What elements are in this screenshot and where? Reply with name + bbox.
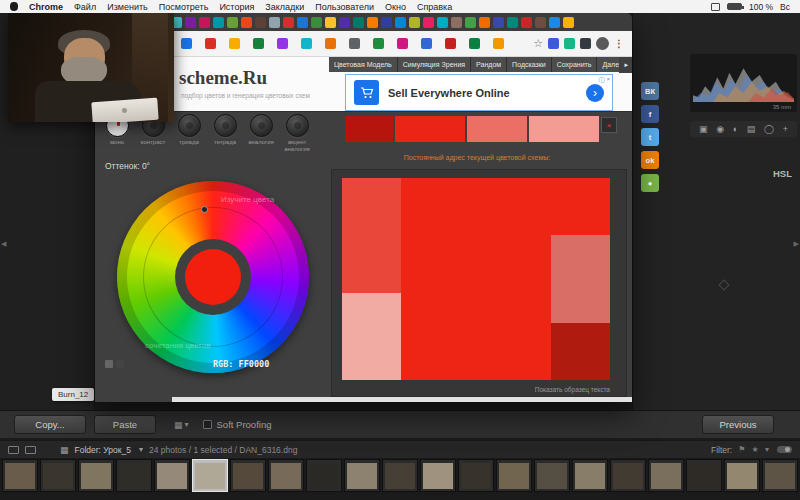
pinned-tab-favicon[interactable] xyxy=(311,17,322,28)
grid-view-icon[interactable]: ▦ xyxy=(174,420,183,430)
filmstrip-thumbnail[interactable] xyxy=(230,459,266,492)
filmstrip-thumbnail[interactable] xyxy=(192,459,228,492)
filmstrip-thumbnail[interactable] xyxy=(268,459,304,492)
ad-cta-button[interactable]: › xyxy=(586,84,604,102)
more-share-icon[interactable]: ● xyxy=(641,174,659,192)
bookmark-favicon[interactable] xyxy=(445,38,456,49)
filmstrip-thumbnail[interactable] xyxy=(648,459,684,492)
pinned-tab-favicon[interactable] xyxy=(255,17,266,28)
filmstrip-thumbnail[interactable] xyxy=(116,459,152,492)
pinned-tab-favicon[interactable] xyxy=(535,17,546,28)
filmstrip-thumbnail[interactable] xyxy=(724,459,760,492)
pinned-tab-favicon[interactable] xyxy=(283,17,294,28)
menubar-day[interactable]: Вс xyxy=(780,2,790,12)
site-nav-tab[interactable]: Рандом xyxy=(471,57,507,72)
extension-icon-2[interactable] xyxy=(564,38,575,49)
bookmark-favicon[interactable] xyxy=(277,38,288,49)
folder-breadcrumb[interactable]: Folder: Урок_5 xyxy=(75,445,131,455)
bookmark-favicon[interactable] xyxy=(469,38,480,49)
swatch-2[interactable] xyxy=(395,116,465,142)
second-window-icon[interactable] xyxy=(25,446,36,454)
soft-proofing-checkbox[interactable] xyxy=(203,420,212,429)
adjustment-brush-icon[interactable]: + xyxy=(783,124,788,134)
display-toggle-icons[interactable] xyxy=(105,360,124,368)
red-eye-icon[interactable]: ◐ xyxy=(733,124,738,134)
pinned-tab-favicon[interactable] xyxy=(521,17,532,28)
display-menu-icon[interactable] xyxy=(711,3,720,11)
site-nav-tab[interactable]: Сохранить xyxy=(552,57,598,72)
previous-button[interactable]: Previous xyxy=(702,415,774,434)
pinned-tab-favicon[interactable] xyxy=(493,17,504,28)
menubar-item[interactable]: Файл xyxy=(74,2,96,12)
facebook-share-icon[interactable]: f xyxy=(641,105,659,123)
filmstrip-thumbnail[interactable] xyxy=(610,459,646,492)
pinned-tab-favicon[interactable] xyxy=(353,17,364,28)
swatch-close-button[interactable]: × xyxy=(601,117,617,133)
graduated-filter-icon[interactable]: ▤ xyxy=(747,124,756,134)
collapse-left-panel-icon[interactable]: ◀ xyxy=(1,240,6,248)
pinned-tab-favicon[interactable] xyxy=(409,17,420,28)
pinned-tab-favicon[interactable] xyxy=(507,17,518,28)
pinned-tab-favicon[interactable] xyxy=(297,17,308,28)
bookmark-favicon[interactable] xyxy=(373,38,384,49)
vk-share-icon[interactable]: ВК xyxy=(641,82,659,100)
pinned-tab-favicon[interactable] xyxy=(367,17,378,28)
spot-removal-icon[interactable]: ◉ xyxy=(716,124,724,134)
filmstrip-thumbnail[interactable] xyxy=(306,459,342,492)
pinned-tab-favicon[interactable] xyxy=(465,17,476,28)
pinned-tab-favicon[interactable] xyxy=(437,17,448,28)
pinned-tab-favicon[interactable] xyxy=(563,17,574,28)
filmstrip-thumbnail[interactable] xyxy=(40,459,76,492)
radial-filter-icon[interactable]: ◯ xyxy=(764,124,774,134)
breadcrumb-caret-icon[interactable]: ▾ xyxy=(139,445,143,454)
crop-icon[interactable]: ▣ xyxy=(699,124,708,134)
menubar-item[interactable]: Справка xyxy=(417,2,452,12)
mode-option[interactable]: тетрада xyxy=(207,114,243,153)
mode-option[interactable]: триада xyxy=(171,114,207,153)
bookmark-favicon[interactable] xyxy=(421,38,432,49)
bookmark-favicon[interactable] xyxy=(253,38,264,49)
extension-icon-3[interactable] xyxy=(580,38,591,49)
paste-button[interactable]: Paste xyxy=(94,415,156,434)
pinned-tab-favicon[interactable] xyxy=(451,17,462,28)
hue-marker-handle[interactable] xyxy=(201,206,208,213)
filmstrip-grid-icon[interactable]: ▦ xyxy=(60,445,69,455)
menubar-item[interactable]: Пользователи xyxy=(315,2,374,12)
swatch-4[interactable] xyxy=(529,116,599,142)
bookmark-star-icon[interactable]: ☆ xyxy=(533,37,543,50)
filmstrip-thumbnail[interactable] xyxy=(344,459,380,492)
pinned-tab-favicon[interactable] xyxy=(199,17,210,28)
nav-more-icon[interactable]: ▸ xyxy=(619,57,632,73)
bookmark-favicon[interactable] xyxy=(493,38,504,49)
filmstrip-thumbnail[interactable] xyxy=(762,459,798,492)
filmstrip-thumbnail[interactable] xyxy=(382,459,418,492)
pinned-tab-favicon[interactable] xyxy=(339,17,350,28)
pinned-tab-favicon[interactable] xyxy=(381,17,392,28)
bookmark-favicon[interactable] xyxy=(349,38,360,49)
bookmark-favicon[interactable] xyxy=(301,38,312,49)
bookmark-favicon[interactable] xyxy=(181,38,192,49)
filmstrip-thumbnail[interactable] xyxy=(420,459,456,492)
main-window-icon[interactable] xyxy=(8,446,19,454)
menubar-item[interactable]: Закладки xyxy=(265,2,304,12)
ad-close-icon[interactable]: × xyxy=(606,76,610,85)
bookmark-favicon[interactable] xyxy=(397,38,408,49)
filmstrip-thumbnail[interactable] xyxy=(78,459,114,492)
show-text-sample-link[interactable]: Показать образец текста xyxy=(535,386,610,393)
site-nav-tab[interactable]: Симуляция Зрения xyxy=(398,57,471,72)
view-dropdown-icon[interactable]: ▾ xyxy=(185,420,189,429)
filmstrip-thumbnail[interactable] xyxy=(458,459,494,492)
chrome-menu-icon[interactable]: ⋮ xyxy=(614,38,624,49)
filmstrip-thumbnail[interactable] xyxy=(154,459,190,492)
site-nav-tab[interactable]: Подсказки xyxy=(507,57,552,72)
bookmark-favicon[interactable] xyxy=(205,38,216,49)
pinned-tab-favicon[interactable] xyxy=(213,17,224,28)
pinned-tab-favicon[interactable] xyxy=(395,17,406,28)
bookmark-favicon[interactable] xyxy=(325,38,336,49)
filmstrip-thumbnail[interactable] xyxy=(534,459,570,492)
menubar-item[interactable]: Изменить xyxy=(107,2,148,12)
copy-button[interactable]: Copy... xyxy=(14,415,86,434)
twitter-share-icon[interactable]: t xyxy=(641,128,659,146)
pinned-tab-favicon[interactable] xyxy=(325,17,336,28)
filter-flag-star-icons[interactable]: ⚑ ★ ▾ xyxy=(738,445,771,454)
